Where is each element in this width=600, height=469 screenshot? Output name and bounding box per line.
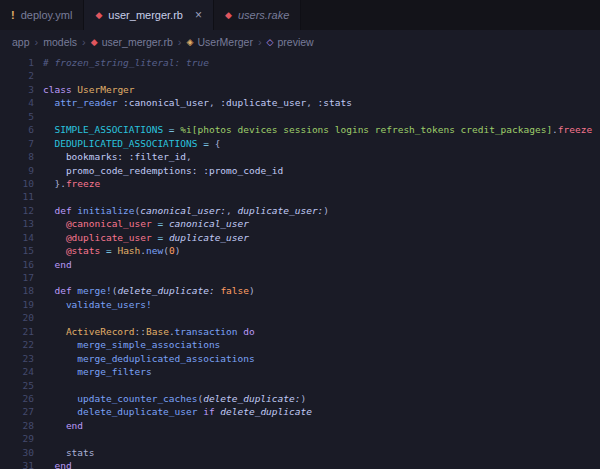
line-number: 14	[0, 231, 34, 244]
code-line[interactable]: 2	[0, 69, 600, 82]
code-text: merge_simple_associations	[43, 338, 220, 351]
code-line[interactable]: 30 stats	[0, 446, 600, 459]
breadcrumb-item-models[interactable]: models	[43, 36, 77, 48]
code-line[interactable]: 24 merge_filters	[0, 365, 600, 378]
code-text: stats	[43, 446, 95, 459]
code-line[interactable]: 29	[0, 432, 600, 445]
tab-users-rake[interactable]: ◆users.rake	[214, 0, 301, 30]
code-text: promo_code_redemptions: :promo_code_id	[43, 164, 283, 177]
code-line[interactable]: 18 def merge!(delete_duplicate: false)	[0, 284, 600, 297]
ruby-icon: ◆	[91, 38, 98, 47]
code-line[interactable]: 8 bookmarks: :filter_id,	[0, 150, 600, 163]
code-line[interactable]: 28 end	[0, 419, 600, 432]
chevron-right-icon: ›	[178, 36, 182, 48]
breadcrumb-item-user-merger-rb[interactable]: ◆user_merger.rb	[91, 36, 173, 48]
breadcrumb-item-preview[interactable]: ◇preview	[267, 36, 314, 48]
code-line[interactable]: 7 DEDUPLICATED_ASSOCIATIONS = {	[0, 137, 600, 150]
code-line[interactable]: 6 SIMPLE_ASSOCIATIONS = %i[photos device…	[0, 123, 600, 136]
tab-deploy-yml[interactable]: !deploy.yml	[0, 0, 84, 30]
code-text: attr_reader :canonical_user, :duplicate_…	[43, 96, 352, 109]
code-line[interactable]: 27 delete_duplicate_user if delete_dupli…	[0, 405, 600, 418]
code-line[interactable]: 17	[0, 271, 600, 284]
code-line[interactable]: 10 }.freeze	[0, 177, 600, 190]
code-line[interactable]: 3class UserMerger	[0, 83, 600, 96]
line-number: 16	[0, 258, 34, 271]
line-number: 2	[0, 69, 34, 82]
code-line[interactable]: 5	[0, 110, 600, 123]
code-text: def initialize(canonical_user:, duplicat…	[43, 204, 329, 217]
line-number: 27	[0, 405, 34, 418]
line-number: 3	[0, 83, 34, 96]
code-text: @stats = Hash.new(0)	[43, 244, 180, 257]
breadcrumb-label: models	[43, 36, 77, 48]
line-number: 19	[0, 298, 34, 311]
breadcrumb-item-app[interactable]: app	[12, 36, 30, 48]
code-text: # frozen_string_literal: true	[43, 56, 209, 69]
line-number: 22	[0, 338, 34, 351]
line-number: 15	[0, 244, 34, 257]
code-line[interactable]: 13 @canonical_user = canonical_user	[0, 217, 600, 230]
breadcrumb: app›models›◆user_merger.rb›◈UserMerger›◇…	[0, 30, 600, 54]
code-line[interactable]: 25	[0, 379, 600, 392]
line-number: 20	[0, 311, 34, 324]
line-number: 28	[0, 419, 34, 432]
code-text: bookmarks: :filter_id,	[43, 150, 192, 163]
method-icon: ◇	[267, 38, 274, 47]
code-line[interactable]: 23 merge_deduplicated_associations	[0, 352, 600, 365]
code-line[interactable]: 26 update_counter_caches(delete_duplicat…	[0, 392, 600, 405]
code-text: validate_users!	[43, 298, 152, 311]
code-line[interactable]: 16 end	[0, 258, 600, 271]
code-text: update_counter_caches(delete_duplicate:)	[43, 392, 306, 405]
line-number: 10	[0, 177, 34, 190]
code-text: def merge!(delete_duplicate: false)	[43, 284, 255, 297]
close-tab-icon[interactable]: ×	[195, 8, 202, 22]
line-number: 12	[0, 204, 34, 217]
code-line[interactable]: 15 @stats = Hash.new(0)	[0, 244, 600, 257]
code-editor[interactable]: 1# frozen_string_literal: true23class Us…	[0, 54, 600, 469]
chevron-right-icon: ›	[258, 36, 262, 48]
code-line[interactable]: 1# frozen_string_literal: true	[0, 56, 600, 69]
code-text: end	[43, 258, 72, 271]
breadcrumb-label: UserMerger	[197, 36, 252, 48]
line-number: 18	[0, 284, 34, 297]
ruby-icon: ◆	[225, 11, 232, 20]
code-line[interactable]: 19 validate_users!	[0, 298, 600, 311]
tab-label: deploy.yml	[21, 9, 73, 21]
line-number: 23	[0, 352, 34, 365]
code-line[interactable]: 12 def initialize(canonical_user:, dupli…	[0, 204, 600, 217]
ruby-icon: ◆	[95, 11, 102, 20]
code-text: DEDUPLICATED_ASSOCIATIONS = {	[43, 137, 220, 150]
line-number: 13	[0, 217, 34, 230]
code-lines: 1# frozen_string_literal: true23class Us…	[0, 56, 600, 469]
code-line[interactable]: 22 merge_simple_associations	[0, 338, 600, 351]
code-line[interactable]: 4 attr_reader :canonical_user, :duplicat…	[0, 96, 600, 109]
code-text: delete_duplicate_user if delete_duplicat…	[43, 405, 312, 418]
code-text: @canonical_user = canonical_user	[43, 217, 249, 230]
line-number: 5	[0, 110, 34, 123]
code-line[interactable]: 9 promo_code_redemptions: :promo_code_id	[0, 164, 600, 177]
code-line[interactable]: 20	[0, 311, 600, 324]
breadcrumb-label: preview	[277, 36, 313, 48]
line-number: 31	[0, 459, 34, 469]
code-line[interactable]: 21 ActiveRecord::Base.transaction do	[0, 325, 600, 338]
line-number: 30	[0, 446, 34, 459]
code-text: SIMPLE_ASSOCIATIONS = %i[photos devices …	[43, 123, 592, 136]
line-number: 4	[0, 96, 34, 109]
code-line[interactable]: 11	[0, 190, 600, 203]
code-line[interactable]: 31 end	[0, 459, 600, 469]
editor-window: !deploy.yml◆user_merger.rb×◆users.rake a…	[0, 0, 600, 469]
line-number: 1	[0, 56, 34, 69]
breadcrumb-item-usermerger[interactable]: ◈UserMerger	[187, 36, 253, 48]
line-number: 17	[0, 271, 34, 284]
line-number: 6	[0, 123, 34, 136]
breadcrumb-label: app	[12, 36, 30, 48]
line-number: 25	[0, 379, 34, 392]
line-number: 7	[0, 137, 34, 150]
tab-label: users.rake	[238, 9, 289, 21]
code-text: end	[43, 459, 72, 469]
tab-user-merger-rb[interactable]: ◆user_merger.rb×	[84, 0, 214, 30]
line-number: 26	[0, 392, 34, 405]
code-text: class UserMerger	[43, 83, 135, 96]
code-text: end	[43, 419, 83, 432]
code-line[interactable]: 14 @duplicate_user = duplicate_user	[0, 231, 600, 244]
